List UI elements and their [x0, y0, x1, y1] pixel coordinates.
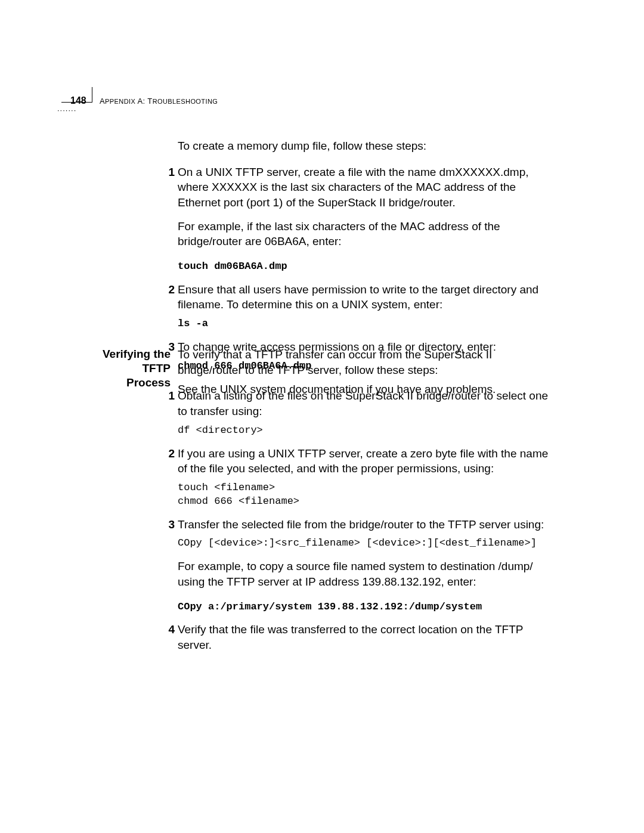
section-heading: Verifying the TFTP Process	[83, 347, 171, 389]
step-2: 2 If you are using a UNIX TFTP server, c…	[178, 446, 556, 509]
intro-text: To verify that a TFTP transfer can occur…	[178, 347, 556, 377]
header-text: A	[100, 97, 105, 106]
step-after-text: For example, if the last six characters …	[178, 219, 556, 249]
code-block: ls -a	[178, 317, 556, 331]
step-after-text: For example, to copy a source file named…	[178, 559, 556, 589]
header-text: A: T	[135, 97, 153, 106]
step-number: 1	[163, 165, 175, 180]
step-1: 1 Obtain a listing of the files on the S…	[178, 388, 556, 437]
step-number: 3	[163, 517, 175, 532]
code-block: df <directory>	[178, 424, 556, 438]
step-text: Ensure that all users have permission to…	[178, 282, 556, 312]
code-block: COpy a:/primary/system 139.88.132.192:/d…	[178, 600, 556, 614]
code-block: touch dm06BA6A.dmp	[178, 260, 556, 274]
heading-line: Verifying the TFTP	[83, 347, 171, 376]
step-number: 1	[163, 388, 175, 404]
decorative-dots: ·······	[57, 105, 76, 116]
step-number: 2	[163, 282, 175, 298]
step-1: 1 On a UNIX TFTP server, create a file w…	[178, 165, 556, 274]
heading-line: Process	[83, 376, 171, 390]
step-text: Obtain a listing of the files on the Sup…	[178, 388, 556, 419]
step-2: 2 Ensure that all users have permission …	[178, 282, 556, 331]
header-text: ROUBLESHOOTING	[153, 98, 218, 105]
step-number: 2	[163, 446, 175, 462]
step-text: Verify that the file was transferred to …	[178, 622, 556, 652]
step-text: If you are using a UNIX TFTP server, cre…	[178, 446, 556, 476]
running-header: APPENDIX A: TROUBLESHOOTING	[100, 96, 218, 107]
step-3: 3 Transfer the selected file from the br…	[178, 517, 556, 614]
step-text: On a UNIX TFTP server, create a file wit…	[178, 165, 556, 210]
section-body: To verify that a TFTP transfer can occur…	[178, 347, 556, 653]
step-text: Transfer the selected file from the brid…	[178, 517, 556, 532]
page: 148 APPENDIX A: TROUBLESHOOTING ······· …	[0, 0, 644, 833]
step-4: 4 Verify that the file was transferred t…	[178, 622, 556, 652]
code-block: touch <filename> chmod 666 <filename>	[178, 481, 556, 509]
step-number: 4	[163, 622, 175, 637]
section-verifying-tftp: Verifying the TFTP Process To verify tha…	[83, 347, 557, 661]
code-block: COpy [<device>:]<src_filename> [<device>…	[178, 537, 556, 550]
header-text: PPENDIX	[105, 98, 135, 105]
intro-text: To create a memory dump file, follow the…	[178, 138, 556, 154]
